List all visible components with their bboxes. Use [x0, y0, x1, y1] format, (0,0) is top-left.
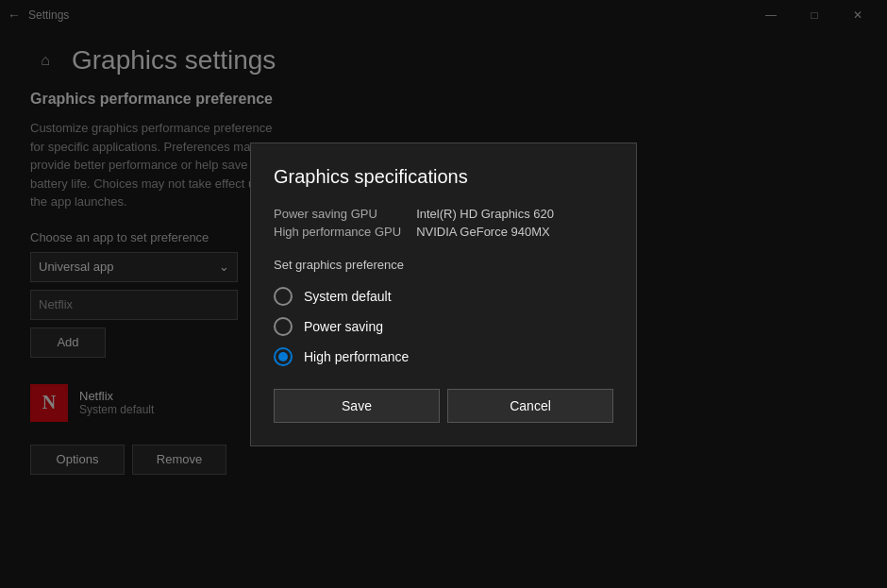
dialog-buttons: Save Cancel	[274, 389, 613, 423]
cancel-button[interactable]: Cancel	[447, 389, 613, 423]
spec-value: Intel(R) HD Graphics 620	[416, 207, 613, 221]
radio-inner-dot	[278, 352, 288, 361]
spec-label: Power saving GPU	[274, 207, 401, 221]
radio-label: Power saving	[304, 319, 383, 334]
radio-circle-icon	[274, 347, 293, 366]
radio-high-performance[interactable]: High performance	[274, 347, 613, 366]
radio-system-default[interactable]: System default	[274, 287, 613, 306]
radio-circle-icon	[274, 317, 293, 336]
set-pref-label: Set graphics preference	[274, 258, 613, 272]
dialog-overlay: Graphics specifications Power saving GPU…	[0, 0, 887, 588]
save-button[interactable]: Save	[274, 389, 440, 423]
radio-label: High performance	[304, 349, 409, 364]
radio-group: System defaultPower savingHigh performan…	[274, 287, 613, 366]
radio-label: System default	[304, 289, 392, 304]
spec-label: High performance GPU	[274, 225, 401, 239]
dialog-title: Graphics specifications	[274, 166, 613, 188]
spec-value: NVIDIA GeForce 940MX	[416, 225, 613, 239]
radio-power-saving[interactable]: Power saving	[274, 317, 613, 336]
graphics-specs-dialog: Graphics specifications Power saving GPU…	[250, 143, 637, 446]
radio-circle-icon	[274, 287, 293, 306]
spec-grid: Power saving GPUIntel(R) HD Graphics 620…	[274, 207, 613, 239]
